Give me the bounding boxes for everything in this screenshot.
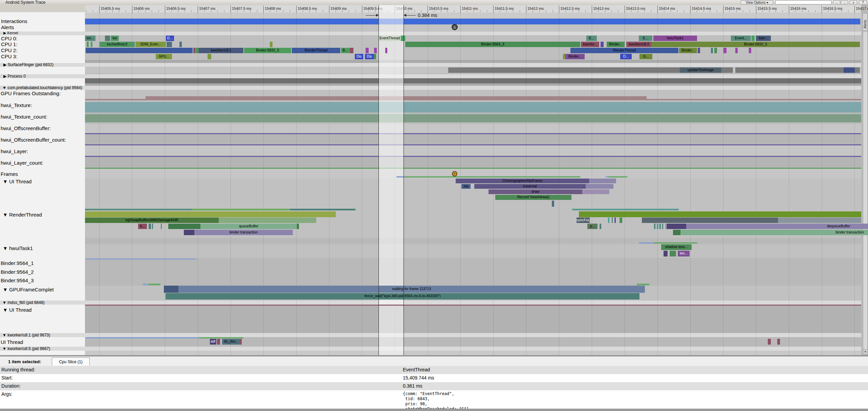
trace-slice[interactable]: inp <box>461 184 471 189</box>
trace-slice[interactable] <box>582 189 609 194</box>
trace-slice[interactable] <box>654 224 655 229</box>
trace-slice[interactable] <box>448 67 860 73</box>
trace-slice[interactable] <box>844 67 855 73</box>
trace-slice[interactable] <box>148 284 160 285</box>
trace-slice[interactable] <box>86 48 193 53</box>
scroll-down-button[interactable]: ▼ <box>863 349 868 355</box>
trace-slice[interactable] <box>642 218 778 223</box>
trace-slice[interactable]: Binder:9564_3 <box>405 42 580 47</box>
trace-slice[interactable] <box>374 48 377 53</box>
trace-slice[interactable] <box>405 176 580 178</box>
trace-slice[interactable] <box>85 305 861 306</box>
trace-slice[interactable] <box>612 218 613 223</box>
trace-slice[interactable] <box>184 230 194 235</box>
trace-slice[interactable] <box>179 42 182 47</box>
trace-slice[interactable] <box>572 209 679 210</box>
trace-slice[interactable]: Binder:6832_5 <box>244 48 291 53</box>
trace-slice[interactable]: D... <box>620 54 632 59</box>
trace-slice[interactable] <box>698 48 700 53</box>
trace-slice[interactable] <box>87 42 89 47</box>
trace-slice[interactable]: RenderThread <box>570 48 678 53</box>
trace-slice[interactable]: binder transaction <box>680 230 868 235</box>
section-header[interactable]: ▼ com.prefabulated.touchlatency (pid 956… <box>2 85 82 90</box>
trace-slice[interactable] <box>366 48 369 53</box>
trace-slice[interactable] <box>290 209 355 210</box>
trace-slice[interactable]: Choreographer#doFrame <box>456 179 589 183</box>
section-header[interactable]: ▶ Kernel <box>3 31 18 35</box>
trace-slice[interactable] <box>608 176 627 178</box>
trace-slice[interactable] <box>86 259 196 260</box>
trace-slice[interactable]: p... <box>587 224 598 229</box>
trace-slice[interactable] <box>586 184 613 189</box>
trace-slice[interactable] <box>777 339 780 345</box>
trace-slice[interactable] <box>601 42 604 47</box>
trace-slice[interactable] <box>711 48 713 53</box>
view-options-button[interactable]: View Options ▾ <box>741 0 773 4</box>
trace-slice[interactable] <box>673 230 680 235</box>
trace-slice[interactable]: binder transaction <box>194 230 293 235</box>
trace-slice[interactable]: Dis <box>355 54 363 59</box>
trace-slice[interactable] <box>240 339 242 345</box>
trace-slice[interactable] <box>143 284 147 285</box>
trace-slice[interactable]: E... <box>586 36 597 41</box>
trace-slice[interactable] <box>657 224 658 229</box>
trace-slice[interactable]: waiting for frame 113713 <box>178 286 645 293</box>
trace-slice[interactable] <box>91 42 92 47</box>
trace-slice[interactable] <box>664 251 668 256</box>
nav-forward-button[interactable]: → <box>841 0 848 4</box>
trace-slice[interactable] <box>164 286 178 293</box>
trace-slice[interactable] <box>208 54 211 59</box>
trace-slice[interactable]: kschedfreq:0 <box>100 42 135 47</box>
trace-slice[interactable]: E... <box>639 36 652 41</box>
tab-cpu-slice[interactable]: Cpu Slice (1) <box>52 357 90 366</box>
nav-back-button[interactable]: ← <box>833 0 840 4</box>
alerts-side-tab[interactable]: Alerts <box>863 13 868 31</box>
trace-slice[interactable] <box>608 218 609 223</box>
section-header[interactable]: ▶ Process 0 <box>3 74 26 79</box>
counter-fill[interactable] <box>85 114 861 122</box>
trace-slice[interactable]: kworke... <box>581 42 599 47</box>
vertical-scrollbar[interactable] <box>863 31 868 355</box>
trace-slice[interactable] <box>735 48 738 53</box>
search-input[interactable] <box>775 0 831 4</box>
trace-slice[interactable]: G... <box>639 54 652 59</box>
trace-slice[interactable] <box>600 224 601 229</box>
counter-fill[interactable] <box>85 144 861 145</box>
trace-slice[interactable] <box>196 48 199 53</box>
section-header[interactable]: ▼ kworker/u8:1 (pid 9673) <box>2 333 50 337</box>
section-header[interactable]: ▼ kworker/u8:5 (pid 9667) <box>2 346 50 351</box>
section-header[interactable]: ▼ RenderThread <box>3 212 42 218</box>
trace-slice[interactable]: adr <box>210 339 216 345</box>
trace-slice[interactable] <box>579 211 861 217</box>
trace-slice[interactable] <box>639 242 653 244</box>
trace-slice[interactable] <box>217 339 220 345</box>
trace-slice[interactable] <box>670 251 676 256</box>
trace-slice[interactable]: do_dev... <box>222 339 240 345</box>
trace-slice[interactable] <box>637 284 649 285</box>
trace-slice[interactable] <box>199 337 243 338</box>
trace-slice[interactable] <box>606 176 608 178</box>
trace-slice[interactable]: B... <box>341 48 350 53</box>
trace-slice[interactable]: fence_wait("kgsl-3d0-pid-9564-ctx-6-ts-4… <box>166 293 639 300</box>
trace-slice[interactable] <box>374 54 376 59</box>
counter-fill[interactable] <box>85 133 861 134</box>
trace-slice[interactable] <box>659 224 661 229</box>
trace-slice[interactable]: Binder... <box>565 54 585 59</box>
trace-slice[interactable]: hwuiTask1 <box>653 36 697 41</box>
trace-slice[interactable] <box>85 209 192 210</box>
trace-slice[interactable] <box>270 42 273 47</box>
trace-slice[interactable]: k... <box>138 224 147 229</box>
trace-slice[interactable] <box>85 211 336 217</box>
trace-slice[interactable] <box>768 339 771 345</box>
trace-slice[interactable] <box>193 48 196 53</box>
trace-slice[interactable] <box>665 224 666 229</box>
trace-slice[interactable]: queueBuffer <box>200 224 297 229</box>
trace-slice[interactable]: tes... <box>678 251 690 256</box>
section-header[interactable]: ▼ hwuiTask1 <box>3 245 33 251</box>
trace-slice[interactable] <box>219 218 316 223</box>
trace-slice[interactable]: kw <box>111 36 119 41</box>
help-button[interactable]: ? <box>859 0 867 4</box>
trace-slice[interactable]: wo... <box>85 36 95 41</box>
trace-slice[interactable]: Dis <box>365 54 374 59</box>
trace-slice[interactable] <box>161 224 162 229</box>
